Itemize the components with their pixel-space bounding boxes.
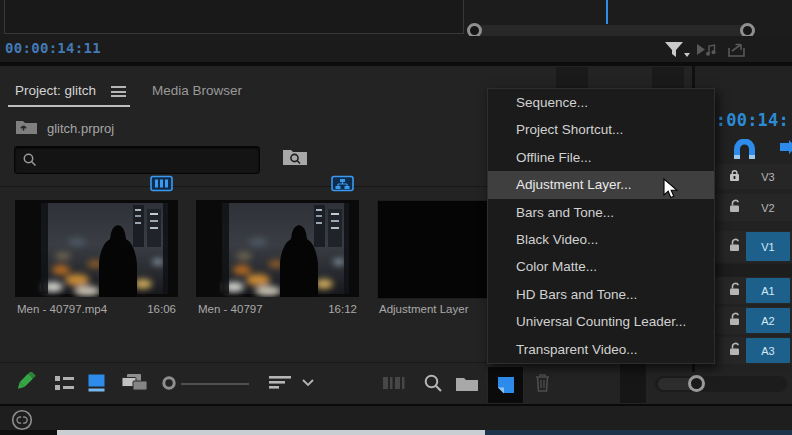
find-icon[interactable]: [424, 374, 443, 393]
timeline-scrollbar-handle[interactable]: [688, 375, 705, 392]
sequence-badge-icon: [331, 175, 354, 192]
new-bin-icon[interactable]: [455, 375, 479, 392]
freeform-view-icon[interactable]: [121, 373, 149, 392]
lock-open-icon[interactable]: [728, 312, 742, 330]
find-in-project-icon[interactable]: [282, 147, 308, 166]
project-panel-toolbar: [0, 362, 692, 404]
premiere-project-window: 00:00:14:11 Project: glitch Media Browse…: [0, 0, 792, 435]
track-target-a2[interactable]: A2: [746, 308, 790, 333]
menu-item-black-video[interactable]: Black Video...: [488, 226, 714, 253]
new-item-icon: [497, 376, 515, 394]
new-item-button[interactable]: [487, 366, 524, 404]
icon-view-icon[interactable]: [88, 374, 106, 392]
menu-item-universal-counting-leader[interactable]: Universal Counting Leader...: [488, 308, 714, 335]
bottom-scrollbar-track[interactable]: [485, 430, 792, 435]
breadcrumb[interactable]: glitch.prproj: [47, 121, 114, 136]
chevron-down-icon[interactable]: [302, 379, 314, 387]
mouse-cursor: [663, 178, 679, 200]
tab-media-browser[interactable]: Media Browser: [152, 83, 242, 98]
program-monitor-edge: [4, 0, 464, 34]
panel-menu-icon[interactable]: [111, 86, 126, 97]
delete-trash-icon[interactable]: [533, 372, 553, 393]
monitor-timecode[interactable]: 00:00:14:11: [5, 40, 101, 56]
menu-item-transparent-video[interactable]: Transparent Video...: [488, 336, 714, 363]
lock-open-icon[interactable]: [728, 199, 742, 217]
item-duration: 16:06: [147, 303, 176, 315]
playhead-indicator[interactable]: [606, 0, 608, 24]
writable-pencil-icon: [15, 372, 38, 395]
menu-item-sequence[interactable]: Sequence...: [488, 89, 714, 116]
zoom-out-dot-icon[interactable]: [162, 376, 177, 391]
new-item-menu: Sequence... Project Shortcut... Offline …: [487, 88, 715, 364]
menu-item-hd-bars-and-tone[interactable]: HD Bars and Tone...: [488, 281, 714, 308]
track-target-v2[interactable]: V2: [746, 195, 790, 220]
panel-gap: [620, 363, 646, 403]
item-duration: 16:12: [328, 303, 357, 315]
status-bar: [0, 404, 792, 432]
lock-open-icon[interactable]: [728, 238, 742, 256]
automate-to-sequence-icon[interactable]: [383, 376, 410, 390]
menu-item-bars-and-tone[interactable]: Bars and Tone...: [488, 199, 714, 226]
search-icon: [23, 153, 37, 167]
snap-magnet-icon[interactable]: [731, 139, 758, 160]
monitor-bottom-strip: [0, 0, 792, 36]
panel-divider: [0, 62, 792, 66]
monitor-timecode-row: 00:00:14:11: [0, 36, 792, 62]
menu-item-adjustment-layer[interactable]: Adjustment Layer...: [488, 171, 714, 198]
monitor-zoom-scrollbar[interactable]: [468, 25, 754, 36]
track-target-v1[interactable]: V1: [746, 232, 790, 261]
lock-closed-icon[interactable]: [728, 168, 741, 186]
play-audio-preview-icon[interactable]: [696, 42, 719, 58]
track-target-v3[interactable]: V3: [746, 165, 790, 188]
export-frame-icon[interactable]: [727, 42, 748, 58]
menu-item-offline-file[interactable]: Offline File...: [488, 144, 714, 171]
sequence-thumbnail[interactable]: [196, 200, 359, 297]
lock-open-icon[interactable]: [728, 282, 742, 300]
thumbnail-zoom-slider[interactable]: [181, 383, 249, 385]
navigate-up-folder-icon[interactable]: [15, 118, 38, 135]
video-clip-badge-icon: [150, 175, 173, 192]
tab-project[interactable]: Project: glitch: [15, 83, 96, 98]
menu-item-project-shortcut[interactable]: Project Shortcut...: [488, 116, 714, 143]
bottom-scrollbar[interactable]: [0, 430, 792, 435]
sort-icon[interactable]: [269, 375, 293, 390]
lock-open-icon[interactable]: [728, 342, 742, 360]
creative-cloud-icon[interactable]: [11, 409, 33, 431]
list-view-icon[interactable]: [54, 375, 75, 392]
track-target-a1[interactable]: A1: [746, 278, 790, 303]
clip-thumbnail[interactable]: [15, 200, 178, 297]
track-target-a3[interactable]: A3: [746, 338, 790, 363]
linked-selection-icon[interactable]: [780, 140, 792, 158]
filter-icon[interactable]: [664, 41, 691, 59]
search-input[interactable]: [14, 146, 260, 174]
menu-item-color-matte[interactable]: Color Matte...: [488, 253, 714, 280]
active-tab-underline: [8, 105, 130, 107]
bottom-scrollbar-thumb[interactable]: [57, 430, 485, 435]
